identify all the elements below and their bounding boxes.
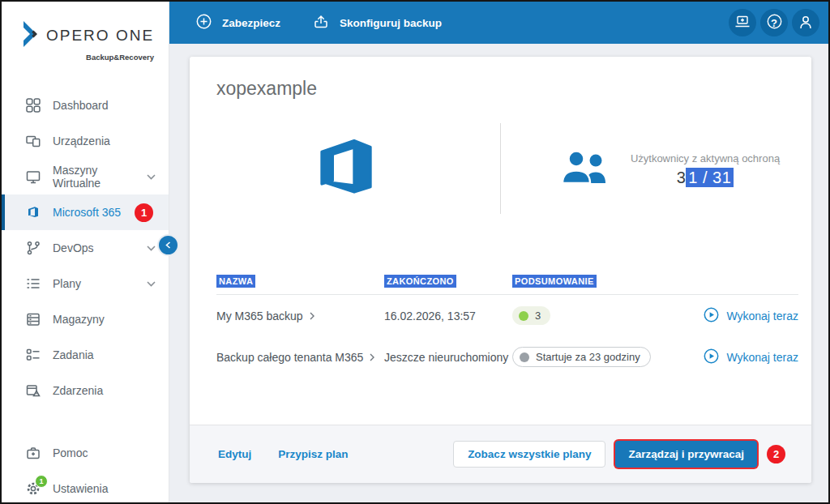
sidebar-item-label: Maszyny Wirtualne [53,164,135,190]
sidebar-item-label: Zdarzenia [53,384,103,397]
chevron-down-icon [147,174,156,180]
configure-backup-button[interactable]: Skonfiguruj backup [313,15,442,32]
sidebar: OPERO ONE Backup&Recovery Dashboard [2,2,169,502]
topbar: Zabezpiecz Skonfiguruj backup [169,2,828,44]
page-title: xopexample [216,78,317,100]
summary-badge-success: 3 [512,306,550,325]
help-kit-icon [26,446,41,460]
protect-button[interactable]: Zabezpiecz [196,14,280,32]
plans-table: NAZWA ZAKOŃCZONO PODSUMOWANIE My M365 ba… [216,266,798,378]
brand-name: OPERO ONE [46,27,154,45]
laptop-add-icon [734,15,751,31]
column-header-zakonczono: ZAKOŃCZONO [384,275,456,288]
sidebar-item-label: Microsoft 365 [53,206,121,219]
sidebar-item-label: Magazyny [53,313,105,326]
help-button[interactable]: ? [760,9,788,36]
sidebar-item-microsoft-365[interactable]: Microsoft 365 1 [2,194,169,230]
devops-icon [26,241,41,255]
sidebar-item-label: Ustawienia [53,482,108,495]
play-circle-icon [704,307,719,325]
run-now-button[interactable]: Wykonaj teraz [704,348,798,366]
settings-badge: 1 [35,475,48,488]
active-users-stat: Użytkownicy z aktywną ochroną 31 / 31 [618,152,793,187]
main-content: xopexample Użytkownicy z aktywną ochroną… [169,44,828,502]
sidebar-item-zadania[interactable]: Zadania [2,337,169,373]
play-circle-icon [704,348,719,366]
sidebar-item-label: Plany [53,277,81,290]
sidebar-item-maszyny-wirtualne[interactable]: Maszyny Wirtualne [2,159,169,194]
active-users-label: Użytkownicy z aktywną ochroną [618,152,793,164]
storage-icon [26,312,41,327]
see-all-plans-button[interactable]: Zobacz wszystkie plany [453,441,605,468]
sidebar-item-magazyny[interactable]: Magazyny [2,301,169,337]
sidebar-item-plany[interactable]: Plany [2,266,169,301]
card-footer: Edytuj Przypisz plan Zobacz wszystkie pl… [190,425,811,483]
column-header-podsumowanie: PODSUMOWANIE [512,275,597,288]
selected-text: 1 / 31 [686,168,734,187]
brand-subtitle: Backup&Recovery [21,53,157,62]
edit-button[interactable]: Edytuj [218,448,251,460]
tasks-icon [26,348,41,362]
chevron-down-icon [147,246,156,251]
sidebar-item-urzadzenia[interactable]: Urządzenia [2,123,169,159]
events-icon [26,383,41,398]
chevron-down-icon [147,281,156,287]
table-header-row: NAZWA ZAKOŃCZONO PODSUMOWANIE [216,266,798,295]
assign-plan-button[interactable]: Przypisz plan [278,448,348,460]
user-icon [798,15,814,32]
completed-cell: 16.02.2026, 13:57 [384,310,512,322]
sidebar-collapse-button[interactable] [157,234,179,256]
protect-label: Zabezpiecz [222,17,280,29]
sidebar-item-devops[interactable]: DevOps [2,230,169,266]
m365-icon [26,205,41,220]
users-icon [562,151,609,188]
sidebar-item-label: Pomoc [53,446,88,459]
help-glyph: ? [771,17,777,29]
sidebar-bottom-nav: Pomoc 1 Ustawienia [2,435,169,504]
plus-circle-icon [196,14,212,32]
annotation-badge-1: 1 [135,203,153,222]
column-header-nazwa: NAZWA [216,275,255,288]
sidebar-item-zdarzenia[interactable]: Zdarzenia [2,373,169,408]
sidebar-item-label: Urządzenia [53,135,110,147]
chevron-right-icon [370,351,374,364]
sidebar-item-ustawienia[interactable]: 1 Ustawienia [2,471,169,504]
run-now-button[interactable]: Wykonaj teraz [704,307,798,325]
tenant-card: xopexample Użytkownicy z aktywną ochroną… [190,57,811,483]
sidebar-item-label: Dashboard [53,99,109,112]
gray-dot-icon [520,352,529,362]
vm-icon [26,169,41,184]
gear-icon: 1 [26,481,41,496]
xopero-logo: OPERO ONE Backup&Recovery [2,2,169,66]
xopero-logo-icon [21,19,45,52]
green-dot-icon [519,311,528,321]
hero-divider [500,123,501,214]
sidebar-item-label: Zadania [53,348,94,361]
dashboard-icon [26,98,41,113]
sidebar-item-pomoc[interactable]: Pomoc [2,435,169,471]
microsoft365-logo [314,134,379,205]
devices-icon [26,134,41,148]
manage-restore-button[interactable]: Zarządzaj i przywracaj [615,441,757,468]
annotation-badge-2: 2 [767,445,785,463]
plan-name-link[interactable]: Backup całego tenanta M365 [216,351,384,364]
table-row: My M365 backup 16.02.2026, 13:57 3 [216,295,798,336]
sidebar-nav: Dashboard Urządzenia Maszyny Wirtua [2,88,169,408]
upload-icon [313,15,329,32]
sidebar-item-dashboard[interactable]: Dashboard [2,88,169,123]
add-device-button[interactable] [729,9,756,36]
chevron-right-icon [310,310,314,322]
topbar-right: ? [729,9,819,36]
app-window: OPERO ONE Backup&Recovery Dashboard [0,0,830,504]
configure-backup-label: Skonfiguruj backup [340,17,442,29]
user-account-button[interactable] [792,9,819,36]
table-row: Backup całego tenanta M365 Jeszcze nieur… [216,336,798,378]
chevron-left-icon [165,239,171,251]
sidebar-item-label: DevOps [53,241,94,254]
summary-badge-scheduled: Startuje za 23 godziny [512,347,651,367]
plans-icon [26,276,41,291]
active-users-value: 31 / 31 [618,169,793,187]
plan-name-link[interactable]: My M365 backup [216,310,384,322]
completed-cell: Jeszcze nieuruchomiony [384,351,512,364]
